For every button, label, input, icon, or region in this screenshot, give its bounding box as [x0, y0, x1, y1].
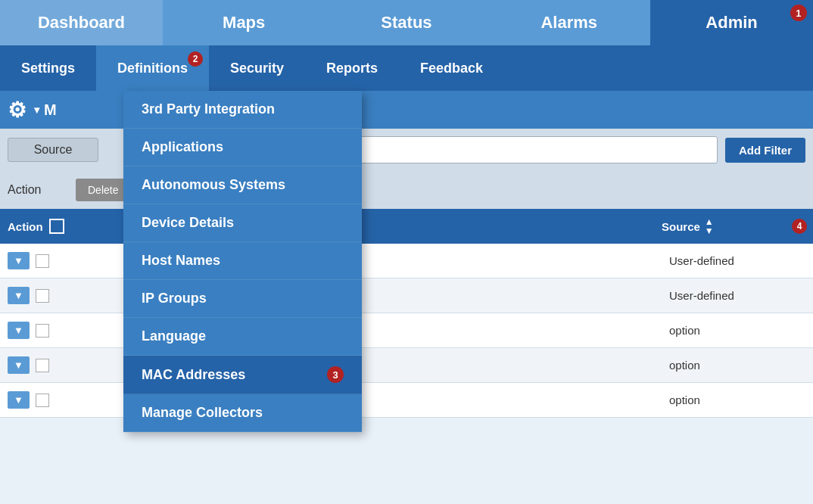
table-row: ▼ host/SAOM7IL option: [0, 313, 813, 348]
second-nav: Settings Definitions 2 Security Reports …: [0, 45, 813, 91]
table-header: Action Label ▲▼ Source ▲▼ 4: [0, 209, 813, 244]
gear-icon[interactable]: ⚙: [8, 98, 26, 123]
table-row: ▼ host/SUMKCC option: [0, 348, 813, 383]
nav-admin[interactable]: Admin 1: [650, 0, 813, 45]
row-checkbox-1[interactable]: [36, 254, 49, 268]
td-source-4: option: [662, 359, 813, 372]
dropdown-item-manage-collectors[interactable]: Manage Collectors: [123, 394, 362, 432]
nav-reports[interactable]: Reports: [305, 45, 399, 91]
mac-addresses-badge: 3: [327, 366, 344, 383]
source-filter-label: Source: [8, 138, 98, 162]
nav-maps[interactable]: Maps: [163, 0, 326, 45]
row-action-btn-2[interactable]: ▼: [8, 287, 30, 304]
th-select-all-checkbox[interactable]: [49, 219, 64, 234]
dropdown-item-host-names[interactable]: Host Names: [123, 242, 362, 280]
row-checkbox-3[interactable]: [36, 324, 49, 338]
action-label: Action: [8, 183, 68, 197]
source-badge: 4: [792, 219, 807, 234]
td-action-5: ▼: [0, 391, 126, 409]
table-row: ▼ MYB... option: [0, 383, 813, 418]
dropdown-item-ip-groups[interactable]: IP Groups: [123, 280, 362, 318]
row-checkbox-2[interactable]: [36, 289, 49, 303]
td-action-2: ▼: [0, 287, 126, 304]
dropdown-item-device-details[interactable]: Device Details: [123, 204, 362, 242]
action-bar: Action Delete A: [0, 171, 813, 209]
nav-feedback[interactable]: Feedback: [399, 45, 504, 91]
page-title: M: [44, 101, 57, 119]
table-row: ▼ JIMMYD WLC User-defined: [0, 244, 813, 278]
delete-button[interactable]: Delete: [76, 179, 130, 201]
nav-security[interactable]: Security: [209, 45, 305, 91]
td-source-1: User-defined: [662, 254, 813, 267]
definitions-badge: 2: [188, 51, 203, 67]
row-action-btn-1[interactable]: ▼: [8, 252, 30, 269]
td-action-1: ▼: [0, 252, 126, 269]
nav-definitions[interactable]: Definitions 2: [96, 45, 209, 91]
th-action: Action: [0, 219, 126, 234]
admin-badge: 1: [790, 5, 807, 21]
table-body: ▼ JIMMYD WLC User-defined ▼ JIMMY D WLC …: [0, 244, 813, 418]
td-action-3: ▼: [0, 322, 126, 339]
td-source-5: option: [662, 394, 813, 406]
dropdown-item-autonomous-systems[interactable]: Autonomous Systems: [123, 166, 362, 204]
top-nav: Dashboard Maps Status Alarms Admin 1: [0, 0, 813, 45]
add-filter-button[interactable]: Add Filter: [725, 138, 805, 163]
th-source: Source ▲▼ 4: [662, 217, 813, 235]
row-checkbox-5[interactable]: [36, 394, 49, 407]
nav-settings[interactable]: Settings: [0, 45, 96, 91]
table-row: ▼ JIMMY D WLC User-defined: [0, 278, 813, 313]
dropdown-item-3rd-party[interactable]: 3rd Party Integration: [123, 91, 362, 129]
td-action-4: ▼: [0, 356, 126, 374]
page-wrapper: Dashboard Maps Status Alarms Admin 1 Set…: [0, 0, 813, 418]
th-action-label: Action: [8, 220, 43, 233]
dropdown-menu: 3rd Party Integration Applications Auton…: [123, 91, 362, 432]
nav-dashboard[interactable]: Dashboard: [0, 0, 163, 45]
row-action-btn-3[interactable]: ▼: [8, 322, 30, 339]
filter-bar: Source Add Filter: [0, 129, 813, 171]
dropdown-item-language[interactable]: Language: [123, 318, 362, 356]
dropdown-item-mac-addresses[interactable]: MAC Addresses 3: [123, 356, 362, 394]
source-sort-icon[interactable]: ▲▼: [705, 217, 714, 235]
td-source-2: User-defined: [662, 289, 813, 302]
nav-status[interactable]: Status: [326, 0, 488, 45]
dropdown-item-applications[interactable]: Applications: [123, 129, 362, 166]
third-bar: ⚙ ▾ M: [0, 91, 813, 129]
td-source-3: option: [662, 324, 813, 337]
nav-alarms[interactable]: Alarms: [487, 0, 650, 45]
row-checkbox-4[interactable]: [36, 359, 49, 372]
row-action-btn-5[interactable]: ▼: [8, 391, 30, 409]
row-action-btn-4[interactable]: ▼: [8, 356, 30, 374]
gear-dropdown-arrow[interactable]: ▾: [34, 104, 39, 116]
